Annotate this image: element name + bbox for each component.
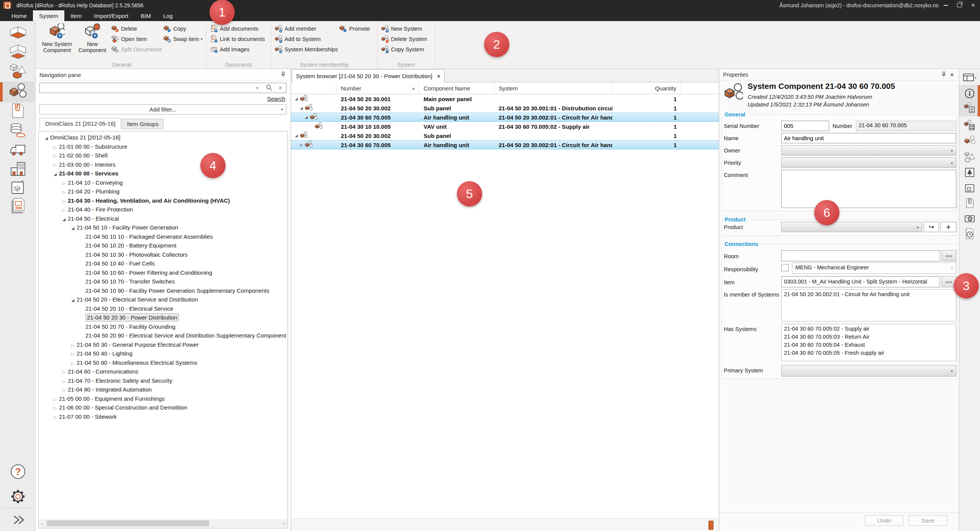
ribbon-button-copy-system[interactable]: −Copy System — [381, 44, 427, 54]
ribbon-button-split-occurrence[interactable]: ∨Split Occurrence — [111, 44, 162, 54]
row-expander-icon[interactable]: ◢ — [298, 106, 304, 110]
tree-expander-icon[interactable]: ▷ — [60, 377, 68, 386]
tree-item-21-04-30-heating-ventilation-and-air-con[interactable]: ▷21-04 30 - Heating, Ventilation, and Ai… — [39, 196, 288, 205]
tool-product-box[interactable] — [959, 181, 980, 195]
system-browser-row[interactable]: ◢21-04 50 20 30.002Sub panel21-04 50 20 … — [291, 103, 719, 113]
room-browse-button[interactable]: ooo — [942, 250, 956, 261]
tree-expander-icon[interactable]: ◢ — [69, 224, 77, 233]
tree-expander-icon[interactable]: ◢ — [69, 296, 77, 305]
add-filter-dropdown[interactable]: Add filter... ▾ — [39, 104, 286, 115]
responsibility-check[interactable] — [781, 264, 789, 271]
tree-expander-icon[interactable]: ▷ — [51, 143, 59, 152]
primary-system-dropdown[interactable]: ▾ — [781, 365, 956, 377]
tree-item-21-01-00-00-substructure[interactable]: ▷21-01 00 00 - Substructure — [39, 142, 288, 151]
tree-item-21-07-00-00-sitework[interactable]: ▷21-07 00 00 - Sitework — [39, 412, 288, 421]
scroll-left-icon[interactable]: ‹ — [39, 521, 45, 526]
tree-item-21-04-50-10-90-facility-power-generation[interactable]: 21-04 50 10 90 - Facility Power Generati… — [39, 286, 288, 295]
has-systems-list[interactable]: 21-04 30 60 70.005:02 - Supply air21-04 … — [781, 324, 956, 361]
search-link[interactable]: Search — [267, 95, 285, 102]
tree-expander-icon[interactable]: ▷ — [51, 161, 59, 170]
add-product-button[interactable]: + — [941, 222, 956, 232]
tree-expander-icon[interactable]: ◢ — [43, 134, 50, 143]
tool-component-details[interactable] — [959, 101, 980, 116]
tree-item-21-04-50-20-10-electrical-service[interactable]: 21-04 50 20 10 - Electrical Service — [39, 304, 288, 313]
column-header-system[interactable]: System — [494, 82, 612, 94]
restore-button[interactable] — [952, 0, 966, 10]
tree-item-21-04-50-10-10-packaged-generator-assemb[interactable]: 21-04 50 10 10 - Packaged Generator Asse… — [39, 232, 288, 241]
module-settings[interactable] — [0, 487, 36, 507]
tree-item-21-04-50-10-facility-power-generation[interactable]: ◢21-04 50 10 - Facility Power Generation — [39, 223, 288, 232]
has-system-entry[interactable]: 21-04 30 60 70.005:04 - Exhaust — [784, 341, 954, 349]
menu-item-bim[interactable]: BIM — [134, 10, 157, 21]
system-browser-row[interactable]: ▷21-04 30 60 70.005Air handling unit21-0… — [291, 140, 719, 149]
ribbon-button-add-images[interactable]: +Add Images — [210, 44, 265, 54]
system-browser-row[interactable]: 21-04 30 10 10.005VAV unit21-04 30 60 70… — [291, 122, 719, 131]
column-header-component-name[interactable]: Component Name — [419, 82, 494, 94]
close-tab-icon[interactable]: × — [437, 73, 440, 79]
module-logistics[interactable] — [0, 140, 36, 160]
tree-item-21-04-50-10-30-photovoltaic-collectors[interactable]: 21-04 50 10 30 - Photovoltaic Collectors — [39, 250, 288, 259]
tree-item-21-02-00-00-shell[interactable]: ▷21-02 00 00 - Shell — [39, 151, 288, 160]
close-button[interactable]: × — [966, 0, 980, 10]
serial-number-input[interactable] — [781, 121, 829, 131]
close-panel-icon[interactable]: × — [951, 72, 954, 78]
minimize-button[interactable] — [939, 0, 952, 10]
tool-connections[interactable] — [959, 134, 980, 149]
column-header-number[interactable]: Number ▲ — [336, 82, 419, 94]
tree-expander-icon[interactable]: ◢ — [51, 170, 59, 179]
module-help[interactable]: ? — [0, 462, 36, 482]
menu-item-log[interactable]: Log — [157, 10, 179, 21]
tree-item-21-04-00-00-services[interactable]: ◢21-04 00 00 - Services — [39, 169, 288, 178]
scroll-right-icon[interactable]: › — [281, 521, 287, 526]
tree-item-21-04-50-10-70-transfer-switches[interactable]: 21-04 50 10 70 - Transfer Switches — [39, 277, 288, 286]
has-system-entry[interactable]: 21-04 30 60 70.005:02 - Supply air — [784, 325, 954, 333]
pin-icon[interactable] — [941, 71, 947, 79]
search-input[interactable] — [40, 84, 252, 92]
tree-item-21-04-50-20-electrical-service-and-distr[interactable]: ◢21-04 50 20 - Electrical Service and Di… — [39, 295, 288, 304]
ribbon-button-new-component[interactable]: +New Component — [75, 23, 110, 53]
ribbon-button-open-item[interactable]: Open Item — [111, 34, 162, 44]
tree-expander-icon[interactable]: ▷ — [60, 179, 68, 188]
module-finance[interactable] — [0, 121, 36, 141]
tree-item-21-04-50-20-30-power-distribution[interactable]: 21-04 50 20 30 - Power Distribution — [39, 313, 288, 322]
row-expander-icon[interactable]: ▷ — [298, 143, 304, 147]
tree-expander-icon[interactable]: ▷ — [69, 341, 77, 350]
menu-item-import-export[interactable]: Import/Export — [88, 10, 134, 21]
room-input[interactable] — [781, 250, 940, 261]
clear-search-icon[interactable]: × — [275, 85, 286, 92]
tree-item-21-04-60-communications[interactable]: ▷21-04 60 - Communications — [39, 367, 288, 376]
menu-item-item[interactable]: Item — [64, 10, 88, 21]
tree-expander-icon[interactable]: ▷ — [51, 152, 59, 161]
tree-expander-icon[interactable]: ▷ — [51, 413, 59, 422]
tree-item-21-04-50-80-miscellaneous-electrical-sys[interactable]: ▷21-04 50 80 - Miscellaneous Electrical … — [39, 358, 288, 367]
tree-item-21-03-00-00-interiors[interactable]: ▷21-03 00 00 - Interiors — [39, 160, 288, 169]
ribbon-button-delete-system[interactable]: −Delete System — [381, 34, 427, 44]
undo-button[interactable]: Undo — [865, 515, 903, 526]
ribbon-button-link-to-documents[interactable]: ∞Link to documents — [210, 34, 265, 44]
ribbon-button-promote[interactable]: ↑Promote — [339, 23, 370, 34]
module-items[interactable] — [0, 62, 36, 82]
tool-attachments[interactable] — [959, 196, 980, 211]
has-system-entry[interactable]: 21-04 30 60 70.005:03 - Return Air — [784, 333, 954, 341]
tree-item-21-06-00-00-special-construction-and-dem[interactable]: ▷21-06 00 00 - Special Construction and … — [39, 403, 288, 412]
ribbon-button-copy[interactable]: −Copy — [164, 23, 203, 34]
row-expander-icon[interactable]: ◢ — [303, 115, 309, 119]
tree-item-21-04-50-10-20-battery-equipment[interactable]: 21-04 50 10 20 - Battery Equipment — [39, 241, 288, 250]
tool-item-shapes[interactable] — [959, 150, 980, 165]
ribbon-button-add-member[interactable]: ∞Add member — [275, 23, 338, 34]
name-input[interactable] — [781, 133, 956, 143]
edit-pen-icon[interactable] — [708, 521, 713, 530]
menu-item-system[interactable]: System — [33, 10, 64, 21]
tree-item-21-04-50-30-general-purpose-electrical-p[interactable]: ▷21-04 50 30 - General Purpose Electrica… — [39, 340, 288, 349]
expand-module-bar[interactable] — [0, 510, 36, 530]
module-room-data[interactable] — [0, 43, 36, 63]
tree-expander-icon[interactable]: ▷ — [69, 359, 77, 368]
tree-item-21-04-50-20-90-electrical-service-and-di[interactable]: 21-04 50 20 90 - Electrical Service and … — [39, 331, 288, 340]
ribbon-button-system-memberships[interactable]: ∞System Memberships — [275, 44, 338, 54]
system-browser-row[interactable]: ◢21-04 30 60 70.005Air handling unit21-0… — [291, 113, 719, 122]
tree-item-21-05-00-00-equipment-and-furnishings[interactable]: ▷21-05 00 00 - Equipment and Furnishings — [39, 394, 288, 403]
module-products[interactable] — [0, 178, 36, 198]
owner-dropdown[interactable]: ▾ — [781, 145, 956, 156]
tree-item-21-04-50-electrical[interactable]: ◢21-04 50 - Electrical — [39, 214, 288, 223]
column-header-quantity[interactable]: Quantity — [612, 82, 681, 94]
